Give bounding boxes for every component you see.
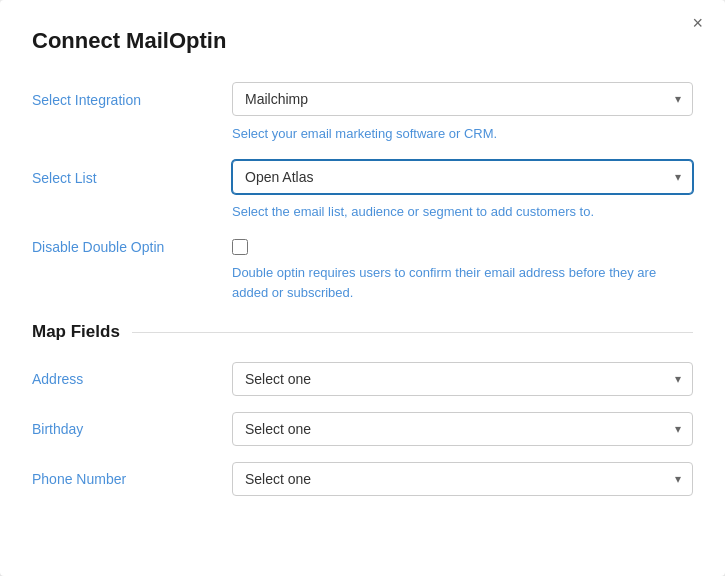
select-list-row: Select List Open Atlas ▾: [32, 160, 693, 194]
birthday-row: Birthday Select one ▾: [32, 412, 693, 446]
select-integration-help: Select your email marketing software or …: [232, 124, 693, 144]
select-list-wrapper: Open Atlas ▾: [232, 160, 693, 194]
map-fields-section-divider: Map Fields: [32, 322, 693, 342]
modal-title: Connect MailOptin: [32, 28, 693, 54]
select-integration-field: Mailchimp ▾: [232, 82, 693, 116]
modal-container: × Connect MailOptin Select Integration M…: [0, 0, 725, 576]
select-list-field: Open Atlas ▾: [232, 160, 693, 194]
divider-line: [132, 332, 693, 333]
double-optin-help: Double optin requires users to confirm t…: [232, 263, 693, 302]
select-integration-dropdown[interactable]: Mailchimp: [232, 82, 693, 116]
disable-double-optin-field: [232, 237, 693, 255]
phone-number-field: Select one ▾: [232, 462, 693, 496]
map-fields-title: Map Fields: [32, 322, 120, 342]
disable-double-optin-row: Disable Double Optin: [32, 237, 693, 255]
address-field: Select one ▾: [232, 362, 693, 396]
address-wrapper: Select one ▾: [232, 362, 693, 396]
birthday-dropdown[interactable]: Select one: [232, 412, 693, 446]
close-button[interactable]: ×: [686, 12, 709, 34]
phone-number-wrapper: Select one ▾: [232, 462, 693, 496]
birthday-wrapper: Select one ▾: [232, 412, 693, 446]
select-integration-label: Select Integration: [32, 82, 232, 108]
phone-number-dropdown[interactable]: Select one: [232, 462, 693, 496]
select-integration-row: Select Integration Mailchimp ▾: [32, 82, 693, 116]
select-list-help: Select the email list, audience or segme…: [232, 202, 693, 222]
phone-number-label: Phone Number: [32, 471, 232, 487]
address-dropdown[interactable]: Select one: [232, 362, 693, 396]
select-list-label: Select List: [32, 160, 232, 186]
close-icon: ×: [692, 13, 703, 33]
select-list-dropdown[interactable]: Open Atlas: [232, 160, 693, 194]
phone-number-row: Phone Number Select one ▾: [32, 462, 693, 496]
birthday-field: Select one ▾: [232, 412, 693, 446]
address-label: Address: [32, 371, 232, 387]
disable-double-optin-label: Disable Double Optin: [32, 237, 232, 255]
disable-double-optin-checkbox[interactable]: [232, 239, 248, 255]
address-row: Address Select one ▾: [32, 362, 693, 396]
select-integration-wrapper: Mailchimp ▾: [232, 82, 693, 116]
birthday-label: Birthday: [32, 421, 232, 437]
modal-content: Connect MailOptin Select Integration Mai…: [0, 0, 725, 576]
